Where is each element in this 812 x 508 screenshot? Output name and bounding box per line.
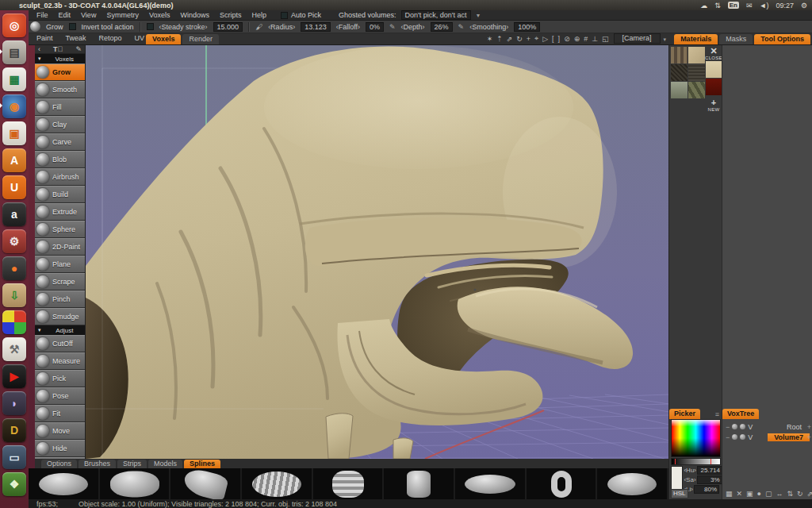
launcher-icon[interactable]: ❖ <box>2 472 26 496</box>
right-panel-tab[interactable]: Materials <box>674 34 718 44</box>
right-panel-tab[interactable]: Masks <box>719 34 753 44</box>
viewport-icon[interactable]: ⊘ <box>564 35 570 43</box>
viewport-icon[interactable]: ⇡ <box>496 35 503 43</box>
tool-button[interactable]: Fit <box>35 405 85 422</box>
material-swatch[interactable] <box>706 61 722 78</box>
menu-item[interactable]: Help <box>251 11 266 19</box>
picker-tab[interactable]: Picker <box>669 409 700 419</box>
voxtree-action-icon[interactable]: ⇅ <box>787 490 794 498</box>
bottom-tab[interactable]: Options <box>41 460 77 468</box>
expand-toggle[interactable]: − <box>726 433 730 441</box>
viewport-icon[interactable]: # <box>584 35 588 43</box>
tool-button[interactable]: Pinch <box>35 291 85 308</box>
depth-value[interactable]: 26% <box>431 22 453 32</box>
depth-label[interactable]: ‹Depth› <box>401 23 425 31</box>
tool-button[interactable]: Smooth <box>35 81 85 98</box>
chevron-down-icon[interactable]: ▾ <box>664 37 667 43</box>
launcher-icon[interactable]: ◗ <box>2 391 26 415</box>
tool-button[interactable]: Build <box>35 186 85 203</box>
cloud-sync-icon[interactable]: ☁ <box>700 2 707 10</box>
spline-thumbnail[interactable] <box>597 468 668 499</box>
viewport-icon[interactable]: + <box>527 35 530 43</box>
smoothing-value[interactable]: 100% <box>514 22 540 32</box>
spline-thumbnail[interactable] <box>313 468 385 499</box>
menu-item[interactable]: File <box>36 11 48 19</box>
launcher-icon[interactable]: ▶ <box>2 364 26 388</box>
bottom-tab[interactable]: Splines <box>184 460 220 468</box>
spline-thumbnail[interactable] <box>29 468 100 499</box>
viewport-icon[interactable]: ⊥ <box>592 35 598 43</box>
radius-label[interactable]: ‹Radius› <box>268 23 295 31</box>
camera-select[interactable]: [Camera] <box>614 33 661 44</box>
viewport-icon[interactable]: ⌖ <box>534 34 538 43</box>
launcher-icon[interactable]: ● <box>2 256 26 280</box>
smoothing-label[interactable]: ‹Smoothing› <box>469 23 508 31</box>
clock[interactable]: 09:27 <box>776 2 794 10</box>
viewport-icon[interactable]: ✶ <box>487 35 493 43</box>
tool-button[interactable]: Scrape <box>35 273 85 291</box>
launcher-icon[interactable]: U <box>2 175 26 199</box>
material-swatch[interactable] <box>706 79 722 95</box>
section-header[interactable]: ▾ Voxels <box>35 54 85 64</box>
text-tool-icon[interactable]: T⃞ <box>53 45 63 53</box>
bottom-tab[interactable]: Models <box>148 460 182 468</box>
launcher-icon[interactable]: ⇩ <box>2 283 26 307</box>
ghost-dot[interactable] <box>740 424 745 429</box>
tool-button[interactable]: Sphere <box>35 221 85 238</box>
voxtree-action-icon[interactable]: ↻ <box>797 490 803 498</box>
viewport-3d[interactable] <box>85 45 668 459</box>
launcher-icon[interactable]: ▣ <box>2 121 26 145</box>
menu-item[interactable]: Edit <box>59 11 71 19</box>
picker-value-field[interactable]: 25.714 <box>697 466 722 475</box>
tool-button[interactable]: Airbrush <box>35 168 85 186</box>
material-swatch[interactable] <box>688 82 705 98</box>
ghosted-volumes-select[interactable]: Don't pick, don't act <box>401 10 471 20</box>
picker-menu-icon[interactable]: ≡ <box>715 410 719 418</box>
chevron-down-icon[interactable]: ▼ <box>476 13 481 18</box>
radius-value[interactable]: 13.123 <box>301 22 331 32</box>
spline-thumbnail[interactable] <box>170 468 242 499</box>
tool-button[interactable]: Fill <box>35 98 85 116</box>
steady-stroke-value[interactable]: 15.000 <box>213 22 243 32</box>
volume-icon[interactable]: ◄) <box>759 2 768 10</box>
tool-button[interactable]: Hide <box>35 440 85 457</box>
session-gear-icon[interactable]: ⚙ <box>801 2 807 10</box>
viewport-icon[interactable]: ↻ <box>516 35 523 43</box>
voxtree-action-icon[interactable]: ▦ <box>726 490 733 498</box>
steady-stroke-checkbox[interactable] <box>147 23 154 30</box>
volume-name[interactable]: Root <box>787 423 802 431</box>
pen-icon[interactable]: ✎ <box>75 45 82 53</box>
mail-icon[interactable]: ✉ <box>746 2 753 10</box>
color-spectrum[interactable] <box>671 419 721 457</box>
voxtree-action-icon[interactable]: ✕ <box>737 490 743 498</box>
tool-button[interactable]: Move <box>35 422 85 440</box>
menu-item[interactable]: Scripts <box>220 11 242 19</box>
tool-button[interactable]: Measure <box>35 352 85 370</box>
spline-thumbnail[interactable] <box>100 468 171 499</box>
falloff-label[interactable]: ‹Falloff› <box>336 23 360 31</box>
launcher-icon[interactable]: ⚙ <box>2 229 26 253</box>
collapse-chevron-icon[interactable]: ‹ <box>38 45 40 53</box>
menu-item[interactable]: Voxels <box>149 11 170 19</box>
menu-item[interactable]: View <box>81 11 96 19</box>
tool-button[interactable]: Blob <box>35 151 85 168</box>
voxtree-action-icon[interactable]: ⇗ <box>807 490 812 498</box>
brush-icon[interactable]: 🖌︎ <box>255 23 262 31</box>
add-volume-icon[interactable]: + <box>807 423 811 431</box>
voxtree-action-icon[interactable]: ▢ <box>765 490 772 498</box>
material-swatch[interactable] <box>671 82 688 98</box>
launcher-icon[interactable]: ⚒ <box>2 337 26 361</box>
expand-toggle[interactable]: − <box>726 423 730 431</box>
keyboard-indicator[interactable]: En <box>728 2 739 9</box>
tool-button[interactable]: Smudge <box>35 308 85 325</box>
room-label[interactable]: Retopo <box>99 34 122 42</box>
viewport-icon[interactable]: ▷ <box>542 35 548 43</box>
launcher-icon[interactable]: ◉ <box>2 94 26 118</box>
launcher-icon[interactable]: ▤ <box>2 40 26 64</box>
section-header[interactable]: ▾ Adjust <box>35 325 85 335</box>
spline-thumbnail[interactable] <box>242 468 313 499</box>
auto-pick-toggle[interactable]: Auto Pick <box>281 11 321 19</box>
picker-value-field[interactable]: 3% <box>697 475 722 484</box>
material-swatch[interactable] <box>688 47 705 64</box>
spline-thumbnail[interactable] <box>455 468 527 499</box>
